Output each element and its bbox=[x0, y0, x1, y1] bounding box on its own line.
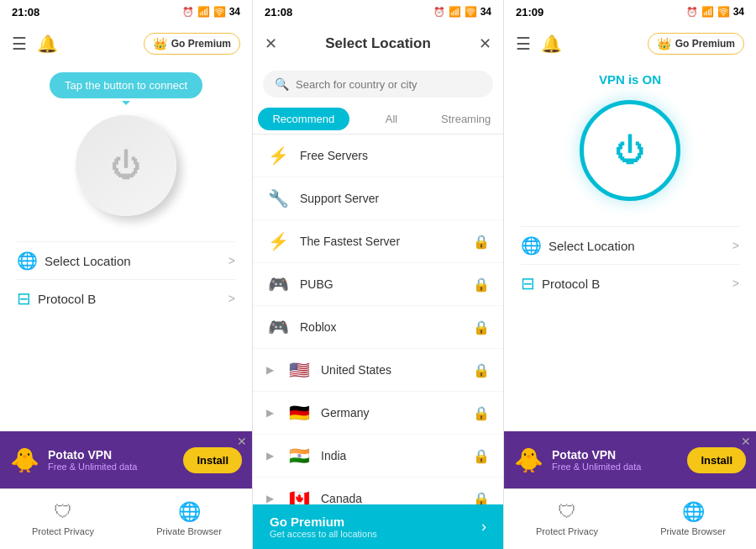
gp-text-block: Go Premium Get access to all locations bbox=[270, 515, 377, 539]
tab-recommend[interactable]: Recommend bbox=[258, 108, 349, 130]
lock-icon-pubg: 🔒 bbox=[473, 277, 490, 293]
top-bar-right: ☰ 🔔 👑 Go Premium bbox=[504, 24, 756, 64]
mid-header: ✕ Select Location ✕ bbox=[253, 24, 503, 64]
lock-icon-fastest: 🔒 bbox=[473, 234, 490, 250]
server-item-pubg[interactable]: 🎮 PUBG 🔒 bbox=[253, 263, 503, 306]
gp-title: Go Premium bbox=[270, 515, 377, 529]
in-label: India bbox=[321, 449, 463, 462]
location-chevron-right: > bbox=[732, 239, 739, 252]
power-button-right[interactable]: ⏻ bbox=[580, 100, 680, 201]
globe-icon-left: 🌐 bbox=[17, 251, 38, 271]
ad-text-right: Potato VPN Free & Unlimited data bbox=[552, 448, 679, 472]
tab-row: Recommend All Streaming bbox=[253, 104, 503, 135]
expand-icon-in: ▶ bbox=[266, 450, 274, 462]
roblox-label: Roblox bbox=[300, 320, 463, 334]
nav-item-protect-left[interactable]: 🛡 Protect Privacy bbox=[0, 489, 126, 549]
top-bar-left-icons: ☰ 🔔 bbox=[12, 34, 58, 54]
gp-subtitle: Get access to all locations bbox=[270, 529, 377, 539]
server-item-de[interactable]: ▶ 🇩🇪 Germany 🔒 bbox=[253, 392, 503, 435]
main-content-right: VPN is ON ⏻ 🌐 Select Location > ⊟ Protoc… bbox=[504, 64, 756, 431]
tab-all[interactable]: All bbox=[354, 104, 429, 134]
ad-close-left[interactable]: ✕ bbox=[237, 435, 247, 448]
ad-close-right[interactable]: ✕ bbox=[741, 435, 751, 448]
ad-subtitle-right: Free & Unlimited data bbox=[552, 462, 679, 472]
search-container: 🔍 bbox=[253, 64, 503, 104]
ad-mascot-left: 🐥 bbox=[10, 446, 39, 474]
bottom-nav-left: 🛡 Protect Privacy 🌐 Private Browser bbox=[0, 488, 252, 549]
premium-button-right[interactable]: 👑 Go Premium bbox=[648, 33, 744, 55]
us-flag-icon: 🇺🇸 bbox=[287, 360, 311, 380]
server-item-us[interactable]: ▶ 🇺🇸 United States 🔒 bbox=[253, 349, 503, 392]
tooltip-left: Tap the button to connect bbox=[50, 72, 202, 98]
status-icons-right: ⏰ 📶 🛜 34 bbox=[686, 6, 744, 18]
menu-icon-right[interactable]: ☰ bbox=[516, 34, 531, 54]
server-list: ⚡ Free Servers 🔧 Support Server ⚡ The Fa… bbox=[253, 135, 503, 504]
left-panel: 21:08 ⏰ 📶 🛜 34 ☰ 🔔 👑 Go Premium Tap the … bbox=[0, 0, 252, 549]
protocol-row-right[interactable]: ⊟ Protocol B > bbox=[521, 264, 739, 302]
search-bar[interactable]: 🔍 bbox=[263, 71, 493, 98]
server-item-in[interactable]: ▶ 🇮🇳 India 🔒 bbox=[253, 435, 503, 478]
crown-icon-left: 👑 bbox=[153, 37, 167, 50]
nav-label-protect-right: Protect Privacy bbox=[536, 526, 598, 537]
browser-icon-left: 🌐 bbox=[178, 501, 201, 523]
shield-icon-right: 🛡 bbox=[558, 501, 576, 523]
server-item-free[interactable]: ⚡ Free Servers bbox=[253, 135, 503, 177]
install-btn-left[interactable]: Install bbox=[183, 447, 242, 473]
bell-icon-right[interactable]: 🔔 bbox=[541, 34, 562, 54]
go-premium-bar[interactable]: Go Premium Get access to all locations › bbox=[253, 504, 503, 549]
server-item-ca[interactable]: ▶ 🇨🇦 Canada 🔒 bbox=[253, 478, 503, 504]
install-btn-right[interactable]: Install bbox=[687, 447, 746, 473]
shield-icon-left: 🛡 bbox=[54, 501, 72, 523]
wifi-icon-mid: 🛜 bbox=[465, 6, 477, 18]
tab-streaming[interactable]: Streaming bbox=[428, 104, 503, 134]
support-server-icon: 🔧 bbox=[266, 188, 290, 209]
mid-header-close-right[interactable]: ✕ bbox=[479, 34, 491, 53]
search-icon: 🔍 bbox=[275, 77, 289, 91]
server-item-fastest[interactable]: ⚡ The Fastest Server 🔒 bbox=[253, 220, 503, 263]
power-button-left[interactable]: ⏻ bbox=[76, 115, 176, 216]
alarm-icon: ⏰ bbox=[182, 7, 194, 18]
nav-item-browser-left[interactable]: 🌐 Private Browser bbox=[126, 489, 252, 549]
ad-banner-left: 🐥 Potato VPN Free & Unlimited data Insta… bbox=[0, 431, 252, 488]
premium-label-right: Go Premium bbox=[675, 38, 735, 50]
alarm-icon-right: ⏰ bbox=[686, 7, 698, 18]
gp-arrow-icon: › bbox=[481, 518, 486, 536]
lock-icon-in: 🔒 bbox=[473, 448, 490, 464]
location-label-right: Select Location bbox=[549, 239, 726, 253]
de-label: Germany bbox=[321, 406, 463, 420]
power-icon-left: ⏻ bbox=[111, 148, 141, 183]
lock-icon-de: 🔒 bbox=[473, 405, 490, 421]
location-chevron-left: > bbox=[228, 254, 235, 267]
ad-title-right: Potato VPN bbox=[552, 448, 679, 462]
search-input[interactable] bbox=[296, 78, 481, 91]
mid-header-close[interactable]: ✕ bbox=[265, 34, 277, 53]
ca-flag-icon: 🇨🇦 bbox=[287, 488, 311, 504]
us-label: United States bbox=[321, 363, 463, 377]
time-middle: 21:08 bbox=[265, 6, 292, 18]
menu-icon-left[interactable]: ☰ bbox=[12, 34, 27, 54]
right-panel: 21:09 ⏰ 📶 🛜 34 ☰ 🔔 👑 Go Premium VPN is O… bbox=[504, 0, 756, 549]
bell-icon-left[interactable]: 🔔 bbox=[37, 34, 58, 54]
premium-button-left[interactable]: 👑 Go Premium bbox=[144, 33, 240, 55]
crown-icon-right: 👑 bbox=[657, 37, 671, 50]
ad-mascot-right: 🐥 bbox=[514, 446, 543, 474]
nav-item-protect-right[interactable]: 🛡 Protect Privacy bbox=[504, 489, 630, 549]
lock-icon-ca: 🔒 bbox=[473, 491, 490, 505]
battery-icon: 34 bbox=[229, 6, 240, 18]
fastest-server-label: The Fastest Server bbox=[300, 235, 463, 248]
ad-inner-right: 🐥 Potato VPN Free & Unlimited data Insta… bbox=[504, 431, 756, 488]
power-icon-right: ⏻ bbox=[615, 133, 645, 168]
signal-icon-right: 📶 bbox=[701, 6, 714, 18]
protocol-icon-left: ⊟ bbox=[17, 288, 31, 309]
protocol-icon-right: ⊟ bbox=[521, 273, 535, 293]
protocol-row-left[interactable]: ⊟ Protocol B > bbox=[17, 279, 235, 317]
nav-item-browser-right[interactable]: 🌐 Private Browser bbox=[630, 489, 756, 549]
location-row-right[interactable]: 🌐 Select Location > bbox=[521, 226, 739, 264]
mid-title: Select Location bbox=[325, 35, 431, 52]
bottom-nav-right: 🛡 Protect Privacy 🌐 Private Browser bbox=[504, 488, 756, 549]
server-item-roblox[interactable]: 🎮 Roblox 🔒 bbox=[253, 306, 503, 349]
lock-icon-roblox: 🔒 bbox=[473, 319, 490, 335]
status-icons-left: ⏰ 📶 🛜 34 bbox=[182, 6, 240, 18]
location-row-left[interactable]: 🌐 Select Location > bbox=[17, 241, 235, 279]
server-item-support[interactable]: 🔧 Support Server bbox=[253, 177, 503, 220]
